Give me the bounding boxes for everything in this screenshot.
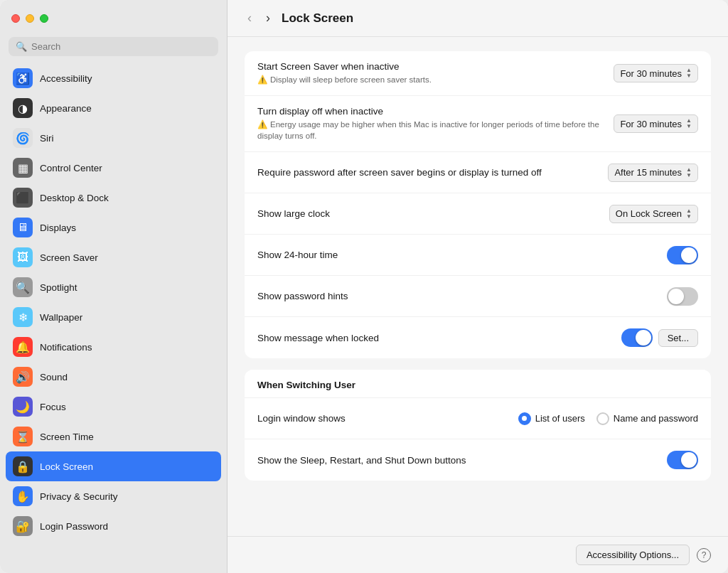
large-clock-value[interactable]: On Lock Screen ▲ ▼ [609,205,698,223]
privacy-security-icon: ✋ [13,486,33,506]
require-password-row: Require password after screen saver begi… [245,152,711,193]
sidebar-item-label: Login Password [40,521,108,532]
screen-saver-title: Start Screen Saver when inactive [257,61,602,72]
password-hints-row: Show password hints [245,276,711,317]
show-message-toggle[interactable] [621,328,653,347]
sidebar-item-label: Privacy & Security [40,491,118,502]
screen-time-icon: ⌛ [13,427,33,446]
search-icon: 🔍 [16,41,27,52]
login-window-radio-group: List of users Name and password [518,412,698,425]
main-footer: Accessibility Options... ? [228,536,728,573]
lock-screen-icon: 🔒 [13,456,33,476]
warning-icon-2: ⚠️ [257,120,267,129]
require-password-title: Require password after screen saver begi… [257,167,596,178]
search-input[interactable] [31,41,211,52]
sidebar-item-screen-time[interactable]: ⌛ Screen Time [6,422,221,451]
sleep-buttons-row: Show the Sleep, Restart, and Shut Down b… [245,439,711,481]
sidebar-item-label: Wallpaper [40,312,82,323]
set-message-button[interactable]: Set... [658,329,698,347]
sidebar-item-appearance[interactable]: ◑ Appearance [6,93,221,123]
login-password-icon: 🔐 [13,516,33,536]
sidebar-item-focus[interactable]: 🌙 Focus [6,392,221,422]
page-title: Lock Screen [282,11,353,26]
sidebar-item-desktop-dock[interactable]: ⬛ Desktop & Dock [6,183,221,213]
sidebar-item-lock-screen[interactable]: 🔒 Lock Screen [6,451,221,481]
forward-button[interactable]: › [263,9,273,27]
main-window: 🔍 ♿ Accessibility ◑ Appearance 🌀 Siri ▦ … [0,0,728,573]
back-button[interactable]: ‹ [245,9,255,27]
sidebar-item-label: Appearance [40,103,92,114]
large-clock-row: Show large clock On Lock Screen ▲ ▼ [245,193,711,235]
screen-saver-value[interactable]: For 30 minutes ▲ ▼ [614,64,698,82]
sidebar-item-label: Siri [40,133,54,144]
accessibility-icon: ♿ [13,68,33,88]
sidebar-item-spotlight[interactable]: 🔍 Spotlight [6,272,221,302]
notifications-icon: 🔔 [13,337,33,357]
show-24hr-row: Show 24-hour time [245,235,711,276]
minimize-button[interactable] [26,14,34,23]
search-bar[interactable]: 🔍 [9,37,218,56]
show-24hr-toggle[interactable] [667,246,698,264]
sidebar-item-login-password[interactable]: 🔐 Login Password [6,511,221,541]
sidebar-item-label: Notifications [40,342,92,353]
appearance-icon: ◑ [13,98,33,118]
sidebar-item-label: Control Center [40,163,102,173]
sidebar-item-siri[interactable]: 🌀 Siri [6,123,221,153]
sidebar-item-label: Focus [40,402,66,412]
sidebar-item-label: Desktop & Dock [40,193,109,203]
require-password-value[interactable]: After 15 minutes ▲ ▼ [608,164,698,182]
main-content: Start Screen Saver when inactive ⚠️Displ… [228,37,728,536]
sidebar-item-wallpaper[interactable]: ❄ Wallpaper [6,302,221,332]
toggle-knob-3 [636,330,651,346]
radio-name-password[interactable]: Name and password [596,412,698,425]
sidebar-item-notifications[interactable]: 🔔 Notifications [6,332,221,362]
desktop-dock-icon: ⬛ [13,188,33,208]
login-window-row: Login window shows List of users Name an… [245,398,711,439]
display-settings-card: Start Screen Saver when inactive ⚠️Displ… [245,51,711,358]
titlebar [0,0,227,37]
screen-saver-row: Start Screen Saver when inactive ⚠️Displ… [245,51,711,96]
sidebar-item-sound[interactable]: 🔊 Sound [6,362,221,392]
focus-icon: 🌙 [13,397,33,417]
siri-icon: 🌀 [13,128,33,148]
large-clock-stepper: ▲ ▼ [686,208,692,220]
sidebar-item-privacy-security[interactable]: ✋ Privacy & Security [6,481,221,511]
sidebar-item-label: Screen Time [40,432,94,442]
display-off-row: Turn display off when inactive ⚠️Energy … [245,96,711,152]
radio-list-users[interactable]: List of users [518,412,585,425]
help-button[interactable]: ? [697,548,711,562]
screen-saver-icon: 🖼 [13,247,33,267]
screen-saver-stepper: ▲ ▼ [686,68,692,79]
sidebar-item-screen-saver[interactable]: 🖼 Screen Saver [6,242,221,272]
password-hints-title: Show password hints [257,291,655,301]
sidebar-item-label: Sound [40,372,68,382]
require-password-stepper: ▲ ▼ [686,167,692,178]
login-window-title: Login window shows [257,413,507,424]
maximize-button[interactable] [40,14,48,23]
spotlight-icon: 🔍 [13,277,33,297]
close-button[interactable] [11,14,20,23]
sleep-buttons-toggle[interactable] [667,451,698,469]
display-off-stepper: ▲ ▼ [686,118,692,129]
displays-icon: 🖥 [13,218,33,237]
sidebar-item-label: Lock Screen [40,461,93,472]
sidebar-item-label: Accessibility [40,73,92,84]
display-off-value[interactable]: For 30 minutes ▲ ▼ [614,114,698,133]
show-message-title: Show message when locked [257,333,610,343]
screen-saver-warning: ⚠️Display will sleep before screen saver… [257,74,602,85]
large-clock-title: Show large clock [257,208,598,219]
password-hints-toggle[interactable] [667,287,698,306]
sidebar: 🔍 ♿ Accessibility ◑ Appearance 🌀 Siri ▦ … [0,0,228,573]
toggle-knob-4 [681,452,697,468]
sidebar-item-control-center[interactable]: ▦ Control Center [6,153,221,183]
sidebar-item-label: Screen Saver [40,252,98,263]
main-panel: ‹ › Lock Screen Start Screen Saver when … [228,0,728,573]
show-24hr-title: Show 24-hour time [257,250,655,260]
sidebar-item-displays[interactable]: 🖥 Displays [6,213,221,242]
toggle-knob-2 [668,289,684,304]
sidebar-item-accessibility[interactable]: ♿ Accessibility [6,63,221,93]
display-off-warning: ⚠️Energy usage may be higher when this M… [257,119,602,141]
switching-user-header: When Switching User [245,370,711,398]
sidebar-list: ♿ Accessibility ◑ Appearance 🌀 Siri ▦ Co… [0,63,227,573]
accessibility-options-button[interactable]: Accessibility Options... [576,545,690,565]
